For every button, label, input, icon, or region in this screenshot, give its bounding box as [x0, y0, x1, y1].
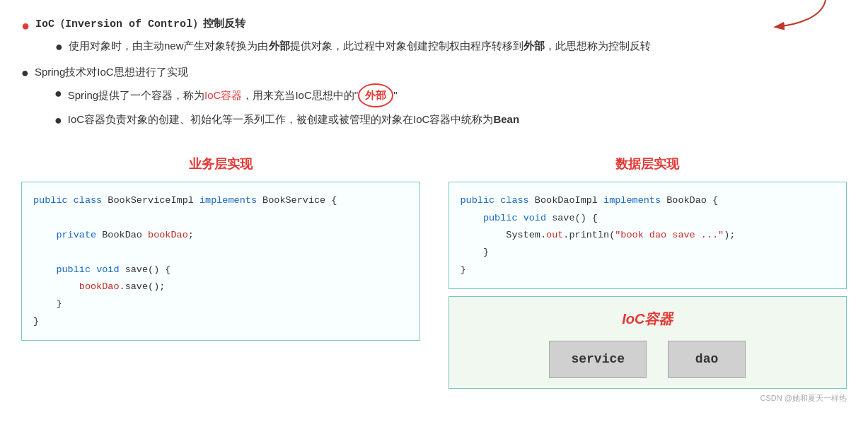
code-line-2: private BookDao bookDao; — [33, 227, 408, 244]
bullet-ioc-content: IoC（Inversion of Control）控制反转 ● 使用对象时，由主… — [35, 14, 650, 59]
sub1-text-before: 使用对象时，由主动new产生对象转换为由 — [69, 40, 269, 52]
code-line-4: bookDao.save(); — [33, 278, 408, 295]
spring-sub1-before: Spring提供了一个容器，称为 — [68, 89, 204, 101]
spring-title: Spring技术对IoC思想进行了实现 — [35, 66, 188, 78]
spring-sub1-mid: ，用来充当IoC思想中的" — [242, 89, 358, 101]
ioc-sub1: ● 使用对象时，由主动new产生对象转换为由外部提供对象，此过程中对象创建控制权… — [55, 37, 650, 56]
right-code-box: public class BookDaoImpl implements Book… — [449, 182, 847, 288]
waiban-circle: 外部 — [358, 83, 393, 107]
code-line-blank2 — [33, 244, 408, 261]
sub1-text-mid: 提供对象，此过程中对象创建控制权由程序转移到 — [290, 40, 523, 52]
spring-sub1-after: " — [393, 89, 397, 101]
ioc-title: IoC（Inversion of Control）控制反转 — [35, 17, 245, 29]
ioc-code: IoC（Inversion of Control）控制反转 — [35, 18, 245, 30]
bullet-dot-1: ● — [21, 16, 30, 35]
bullet-spring-content: Spring技术对IoC思想进行了实现 ● Spring提供了一个容器，称为Io… — [35, 63, 519, 132]
top-section: ● IoC（Inversion of Control）控制反转 ● 使用对象时，… — [21, 14, 847, 132]
left-code-box: public class BookServiceImpl implements … — [21, 182, 420, 340]
bean-dao: dao — [668, 341, 746, 378]
sub1-text-after: ，此思想称为控制反转 — [545, 40, 651, 52]
left-panel: 业务层实现 public class BookServiceImpl imple… — [21, 153, 420, 404]
dao-line-1: public class BookDaoImpl implements Book… — [461, 192, 835, 209]
left-panel-title: 业务层实现 — [21, 153, 420, 175]
spring-sub2-text: IoC容器负责对象的创建、初始化等一系列工作，被创建或被管理的对象在IoC容器中… — [68, 110, 519, 129]
right-panel-title: 数据层实现 — [449, 153, 847, 175]
bean-service: service — [549, 341, 647, 378]
main-bullet-list: ● IoC（Inversion of Control）控制反转 ● 使用对象时，… — [21, 14, 847, 132]
watermark: CSDN @她和夏天一样热 — [449, 392, 847, 405]
spring-sub1: ● Spring提供了一个容器，称为IoC容器，用来充当IoC思想中的"外部" — [54, 83, 519, 107]
code-line-3: public void save() { — [33, 262, 408, 278]
right-panel: 数据层实现 public class BookDaoImpl implement… — [449, 153, 847, 404]
spring-sub-list: ● Spring提供了一个容器，称为IoC容器，用来充当IoC思想中的"外部" … — [35, 83, 519, 129]
ioc-container-text: IoC容器 — [204, 89, 242, 101]
bean-text: Bean — [493, 113, 519, 125]
code-line-6: } — [33, 313, 408, 330]
spring-sub1-text: Spring提供了一个容器，称为IoC容器，用来充当IoC思想中的"外部" — [68, 83, 398, 107]
ioc-beans-row: service dao — [461, 341, 835, 378]
sub-dot-3: ● — [54, 112, 62, 129]
sub1-highlight1: 外部 — [269, 40, 290, 52]
ioc-sub1-text: 使用对象时，由主动new产生对象转换为由外部提供对象，此过程中对象创建控制权由程… — [69, 37, 651, 55]
code-line-1: public class BookServiceImpl implements … — [33, 192, 408, 209]
sub-dot-1: ● — [55, 38, 63, 56]
bullet-dot-2: ● — [21, 64, 29, 82]
ioc-container-title: IoC容器 — [461, 307, 835, 331]
dao-line-2: public void save() { — [461, 210, 835, 227]
bullet-spring: ● Spring技术对IoC思想进行了实现 ● Spring提供了一个容器，称为… — [21, 63, 847, 132]
sub-dot-2: ● — [54, 85, 62, 102]
ioc-sub-list: ● 使用对象时，由主动new产生对象转换为由外部提供对象，此过程中对象创建控制权… — [35, 37, 650, 56]
bullet-ioc: ● IoC（Inversion of Control）控制反转 ● 使用对象时，… — [21, 14, 847, 59]
code-line-blank1 — [33, 210, 408, 227]
sub1-highlight2: 外部 — [523, 40, 545, 52]
spring-sub2-before: IoC容器负责对象的创建、初始化等一系列工作，被创建或被管理的对象在IoC容器中… — [68, 113, 494, 125]
ioc-container-box: IoC容器 service dao — [449, 296, 847, 389]
dao-line-3: System.out.println("book dao save ..."); — [461, 227, 835, 244]
code-line-5: } — [33, 295, 408, 312]
dao-line-5: } — [461, 262, 835, 278]
dao-line-4: } — [461, 244, 835, 261]
spring-sub2: ● IoC容器负责对象的创建、初始化等一系列工作，被创建或被管理的对象在IoC容… — [54, 110, 519, 129]
bottom-section: 业务层实现 public class BookServiceImpl imple… — [21, 153, 847, 404]
